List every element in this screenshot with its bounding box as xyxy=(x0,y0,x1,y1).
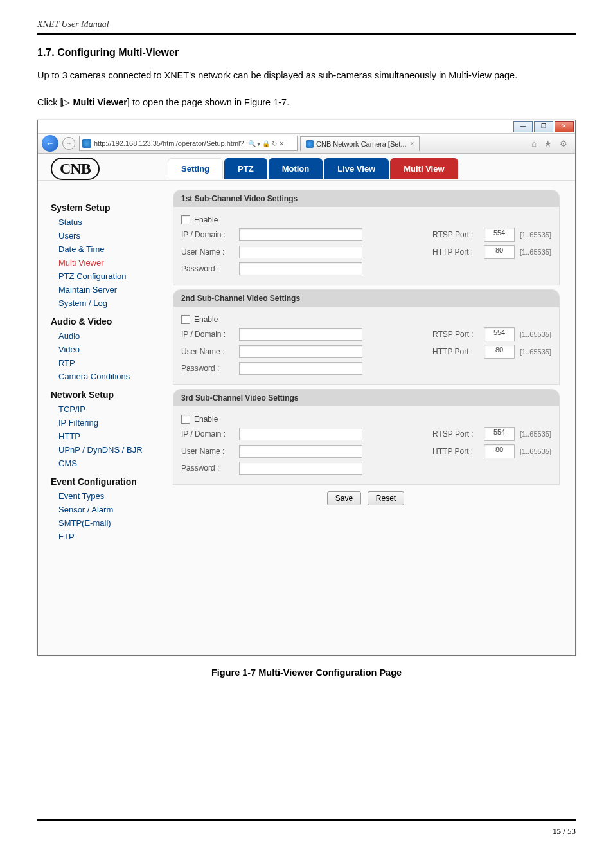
intro-para: Up to 3 cameras connected to XNET's netw… xyxy=(37,66,576,85)
sidebar-item-ptzconfig[interactable]: PTZ Configuration xyxy=(51,269,173,283)
panel-sub3: 3rd Sub-Channel Video Settings Enable IP… xyxy=(173,389,560,485)
sub2-rtsp-range: [1..65535] xyxy=(520,330,551,338)
tab-motion[interactable]: Motion xyxy=(269,158,323,179)
sidebar-item-audio[interactable]: Audio xyxy=(51,329,173,343)
page-number-current: 15 / xyxy=(553,826,565,836)
sub1-password-input[interactable] xyxy=(239,262,362,275)
click-prefix: Click [ xyxy=(37,97,62,107)
sub3-password-input[interactable] xyxy=(239,462,362,475)
sub2-password-label: Password : xyxy=(181,364,239,373)
sidebar-group-av: Audio & Video xyxy=(51,316,173,327)
save-button[interactable]: Save xyxy=(327,491,361,505)
tools-icon[interactable]: ⚙ xyxy=(560,139,567,149)
sub1-enable-checkbox[interactable] xyxy=(181,215,190,224)
panel-sub2: 2nd Sub-Channel Video Settings Enable IP… xyxy=(173,289,560,385)
sub2-username-input[interactable] xyxy=(239,345,362,358)
sub1-ipdomain-label: IP / Domain : xyxy=(181,230,239,239)
reset-button[interactable]: Reset xyxy=(368,491,404,505)
running-header: XNET User Manual xyxy=(37,19,576,30)
sub3-enable-checkbox[interactable] xyxy=(181,415,190,424)
sidebar-item-systemlog[interactable]: System / Log xyxy=(51,296,173,310)
sidebar-item-cms[interactable]: CMS xyxy=(51,457,173,470)
page-number-total: 53 xyxy=(565,826,576,836)
sidebar-item-status[interactable]: Status xyxy=(51,215,173,229)
sub2-httpport-input[interactable]: 80 xyxy=(484,345,515,359)
sidebar-item-date[interactable]: Date & Time xyxy=(51,242,173,256)
app-nav-tabs: Setting PTZ Motion Live View Multi View xyxy=(168,158,459,179)
tab-ptz[interactable]: PTZ xyxy=(224,158,267,179)
tab-multi[interactable]: Multi View xyxy=(390,158,458,179)
sub3-username-input[interactable] xyxy=(239,445,362,458)
browser-forward-button[interactable]: → xyxy=(62,137,75,150)
click-instruction: Click [▷ Multi Viewer] to open the page … xyxy=(37,94,576,111)
browser-tab[interactable]: CNB Network Camera [Set... × xyxy=(300,136,420,151)
window-maximize-button[interactable]: ❐ xyxy=(534,121,553,132)
sub1-rtsp-range: [1..65535] xyxy=(520,231,551,239)
brand-block: CNB xyxy=(51,158,168,180)
sidebar-item-camcond[interactable]: Camera Conditions xyxy=(51,370,173,383)
sidebar-item-eventtypes[interactable]: Event Types xyxy=(51,489,173,503)
sidebar-item-ipfilter[interactable]: IP Filtering xyxy=(51,416,173,429)
browser-address-row: ← → http://192.168.123.35/html/operator/… xyxy=(38,134,575,154)
sidebar-item-rtp[interactable]: RTP xyxy=(51,356,173,370)
sidebar-item-upnp[interactable]: UPnP / DynDNS / BJR xyxy=(51,443,173,457)
sub3-httpport-label: HTTP Port : xyxy=(432,447,484,456)
footer: 15 / 53 xyxy=(37,819,576,836)
tab-setting[interactable]: Setting xyxy=(168,158,223,179)
sub3-rtspport-input[interactable]: 554 xyxy=(484,427,515,441)
button-row: Save Reset xyxy=(173,491,558,505)
address-bar[interactable]: http://192.168.123.35/html/operator/Setu… xyxy=(79,136,298,151)
sidebar-item-users[interactable]: Users xyxy=(51,229,173,242)
app-body: System Setup Status Users Date & Time Mu… xyxy=(38,181,575,569)
sidebar-item-sensor[interactable]: Sensor / Alarm xyxy=(51,503,173,516)
sub1-httpport-input[interactable]: 80 xyxy=(484,245,515,259)
sidebar-group-system: System Setup xyxy=(51,203,173,213)
sub2-password-input[interactable] xyxy=(239,362,362,375)
sidebar-item-http[interactable]: HTTP xyxy=(51,429,173,443)
sub2-enable-label: Enable xyxy=(194,315,218,324)
content-area: 1st Sub-Channel Video Settings Enable IP… xyxy=(173,190,562,543)
panel-sub1-body: Enable IP / Domain : RTSP Port : 554 [1.… xyxy=(173,207,559,285)
tab-favicon xyxy=(306,140,314,148)
sub1-username-input[interactable] xyxy=(239,246,362,258)
sub1-username-label: User Name : xyxy=(181,248,239,257)
sub2-rtspport-input[interactable]: 554 xyxy=(484,327,515,341)
sub3-httpport-input[interactable]: 80 xyxy=(484,444,515,458)
sidebar-item-tcpip[interactable]: TCP/IP xyxy=(51,402,173,416)
sub1-password-label: Password : xyxy=(181,264,239,273)
sub1-rtspport-input[interactable]: 554 xyxy=(484,228,515,242)
address-icons: 🔍 ▾ 🔒 ↻ ✕ xyxy=(248,140,284,147)
app-frame: CNB Setting PTZ Motion Live View Multi V… xyxy=(38,154,575,655)
page-number: 15 / 53 xyxy=(37,826,576,836)
sub2-ipdomain-label: IP / Domain : xyxy=(181,330,239,339)
click-bold: Multi Viewer xyxy=(70,97,127,107)
sub3-ipdomain-input[interactable] xyxy=(239,428,362,440)
sidebar-item-smtp[interactable]: SMTP(E-mail) xyxy=(51,516,173,530)
sub2-enable-checkbox[interactable] xyxy=(181,315,190,324)
sidebar-item-multiviewer[interactable]: Multi Viewer xyxy=(51,256,173,269)
section-heading: 1.7. Configuring Multi-Viewer xyxy=(37,47,576,59)
sidebar-item-video[interactable]: Video xyxy=(51,343,173,356)
sidebar-item-ftp[interactable]: FTP xyxy=(51,530,173,543)
window-close-button[interactable]: ✕ xyxy=(555,121,574,132)
panel-sub1: 1st Sub-Channel Video Settings Enable IP… xyxy=(173,190,560,285)
figure-caption: Figure 1-7 Multi-Viewer Configuration Pa… xyxy=(37,667,576,678)
sidebar-item-maintain[interactable]: Maintain Server xyxy=(51,283,173,296)
browser-back-button[interactable]: ← xyxy=(42,135,58,152)
sub2-ipdomain-input[interactable] xyxy=(239,328,362,341)
panel-sub2-body: Enable IP / Domain : RTSP Port : 554 [1.… xyxy=(173,307,559,384)
sub1-enable-label: Enable xyxy=(194,215,218,224)
browser-right-icons: ⌂ ★ ⚙ xyxy=(531,139,567,149)
panel-sub2-header: 2nd Sub-Channel Video Settings xyxy=(173,290,559,307)
panel-sub3-body: Enable IP / Domain : RTSP Port : 554 [1.… xyxy=(173,406,559,484)
favorites-icon[interactable]: ★ xyxy=(544,139,552,149)
window-minimize-button[interactable]: — xyxy=(513,121,533,132)
browser-tabstrip: CNB Network Camera [Set... × xyxy=(298,136,531,151)
sub1-ipdomain-input[interactable] xyxy=(239,228,362,241)
sub2-http-range: [1..65535] xyxy=(520,348,551,356)
window-titlebar: — ❐ ✕ xyxy=(38,120,575,134)
tab-close-icon[interactable]: × xyxy=(411,140,414,147)
tab-live[interactable]: Live View xyxy=(324,158,389,179)
home-icon[interactable]: ⌂ xyxy=(531,139,537,149)
sub1-http-range: [1..65535] xyxy=(520,248,551,256)
